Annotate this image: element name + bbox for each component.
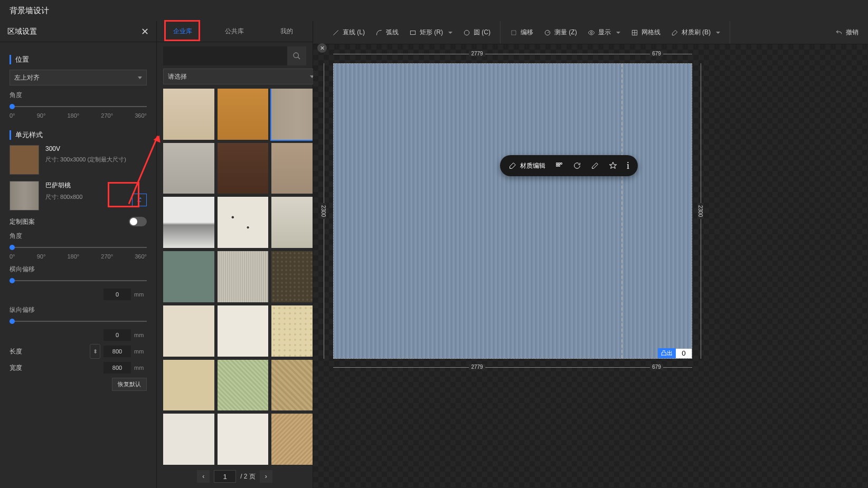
tab-public[interactable]: 公共库 xyxy=(209,21,260,42)
canvas[interactable]: 2779 679 2779 679 2300 2300 凸出 xyxy=(313,44,868,488)
wall-divider xyxy=(621,64,622,358)
angle-slider[interactable] xyxy=(10,102,147,111)
dimension-label: 2779 xyxy=(469,51,485,56)
material-item[interactable] xyxy=(218,197,269,248)
angle2-ticks: 0°90°180°270°360° xyxy=(10,253,147,260)
tool-rect[interactable]: 矩形 (R) xyxy=(409,28,452,37)
tool-undo[interactable]: 撤销 xyxy=(835,28,858,37)
close-icon[interactable]: ✕ xyxy=(141,26,149,37)
tool-brush[interactable]: 材质刷 (B) xyxy=(671,28,720,37)
material-item[interactable] xyxy=(271,305,313,357)
search-input[interactable] xyxy=(163,52,287,60)
material-item[interactable] xyxy=(271,251,313,302)
material-item[interactable] xyxy=(163,89,214,140)
length-input[interactable] xyxy=(103,346,131,357)
material-item[interactable] xyxy=(218,89,269,140)
h-offset-slider[interactable] xyxy=(10,276,147,285)
material-item[interactable] xyxy=(218,305,269,357)
float-edit-material[interactable]: 材质编辑 xyxy=(508,161,545,170)
restore-button[interactable]: 恢复默认 xyxy=(112,378,147,391)
close-tab-icon[interactable]: ✕ xyxy=(317,43,327,53)
floating-toolbar: 材质编辑 i xyxy=(500,155,638,176)
material-item[interactable] xyxy=(163,251,214,302)
dimension-label: 2779 xyxy=(469,364,485,370)
h-offset-label: 横向偏移 xyxy=(10,265,147,274)
material-item[interactable] xyxy=(163,197,214,248)
page-input[interactable] xyxy=(214,470,236,483)
material-item[interactable] xyxy=(218,251,269,302)
app-title: 背景墙设计 xyxy=(10,6,49,16)
toolbar: 直线 (L) 弧线 矩形 (R) 圆 (C) 编移 测量 (Z) 显示 网格线 … xyxy=(313,21,868,44)
unit-name: 巴萨胡桃 xyxy=(45,181,147,190)
material-item[interactable] xyxy=(218,360,269,411)
unit-item-0[interactable]: 300V 尺寸: 300x3000 (定制最大尺寸) xyxy=(10,145,147,175)
dimension-label: 679 xyxy=(650,364,663,370)
bulge-label: 凸出 xyxy=(658,348,676,358)
tool-edit[interactable]: 编移 xyxy=(510,28,533,37)
tool-display[interactable]: 显示 xyxy=(588,28,620,37)
search-button[interactable] xyxy=(287,46,306,65)
float-info-icon[interactable]: i xyxy=(627,160,629,171)
float-star-icon[interactable] xyxy=(609,161,617,170)
angle2-slider[interactable] xyxy=(10,243,147,252)
unit-name: 300V xyxy=(45,145,147,152)
material-item[interactable] xyxy=(218,414,269,465)
unit-thumb xyxy=(10,181,39,210)
angle-ticks: 0°90°180°270°360° xyxy=(10,112,147,119)
material-item[interactable] xyxy=(271,360,313,411)
dimension-label: 2300 xyxy=(697,203,703,219)
tool-circle[interactable]: 圆 (C) xyxy=(463,28,490,37)
svg-point-6 xyxy=(590,32,592,34)
page-prev[interactable]: ‹ xyxy=(197,470,210,483)
section-unit: 单元样式 xyxy=(10,130,147,140)
svg-point-3 xyxy=(464,30,469,35)
unit-dim: 尺寸: 300x3000 (定制最大尺寸) xyxy=(45,156,147,164)
material-item[interactable] xyxy=(218,143,269,194)
material-item[interactable] xyxy=(163,414,214,465)
svg-point-0 xyxy=(294,53,298,58)
angle2-label: 角度 xyxy=(10,232,147,241)
unit-mm: mm xyxy=(134,291,147,298)
bulge-input[interactable] xyxy=(676,349,692,358)
tab-mine[interactable]: 我的 xyxy=(261,21,313,42)
custom-pattern-label: 定制图案 xyxy=(10,217,35,226)
float-rotate-icon[interactable] xyxy=(573,161,581,170)
material-item[interactable]: ✓ xyxy=(271,89,313,140)
section-position: 位置 xyxy=(10,55,147,64)
material-panel: 企业库 公共库 我的 请选择 ✓ xyxy=(157,21,313,488)
v-offset-input[interactable] xyxy=(103,329,131,341)
category-select[interactable]: 请选择 xyxy=(163,69,319,84)
tool-line[interactable]: 直线 (L) xyxy=(332,28,365,37)
unit-thumb xyxy=(10,145,39,175)
swap-button[interactable] xyxy=(132,194,147,206)
dimension-label: 679 xyxy=(650,51,663,56)
width-input[interactable] xyxy=(103,362,131,374)
tab-enterprise[interactable]: 企业库 xyxy=(157,21,209,42)
angle-label: 角度 xyxy=(10,91,147,100)
material-item[interactable] xyxy=(271,143,313,194)
v-offset-slider[interactable] xyxy=(10,317,147,326)
svg-rect-2 xyxy=(410,31,415,34)
link-icon[interactable]: ⬍ xyxy=(90,344,100,359)
tool-measure[interactable]: 测量 (Z) xyxy=(544,28,577,37)
page-next[interactable]: › xyxy=(260,470,272,483)
width-label: 宽度 xyxy=(10,363,22,372)
material-item[interactable] xyxy=(271,197,313,248)
material-item[interactable] xyxy=(163,360,214,411)
custom-pattern-toggle[interactable] xyxy=(129,217,147,226)
tool-arc[interactable]: 弧线 xyxy=(375,28,399,37)
h-offset-input[interactable] xyxy=(103,289,131,300)
float-erase-icon[interactable] xyxy=(591,161,599,170)
svg-rect-4 xyxy=(512,30,516,34)
wall-surface[interactable]: 凸出 xyxy=(333,63,692,359)
material-item[interactable] xyxy=(271,414,313,465)
material-item[interactable] xyxy=(163,305,214,357)
tool-grid[interactable]: 网格线 xyxy=(631,28,661,37)
material-item[interactable] xyxy=(163,143,214,194)
float-align-icon[interactable] xyxy=(555,161,563,170)
align-select[interactable]: 左上对齐 xyxy=(10,70,147,85)
left-panel: 区域设置 ✕ 位置 左上对齐 角度 0°90°180°270°360° 单元样式… xyxy=(0,21,157,488)
bulge-control[interactable]: 凸出 xyxy=(658,348,692,358)
length-label: 长度 xyxy=(10,347,22,356)
unit-item-1[interactable]: 巴萨胡桃 尺寸: 800x800 xyxy=(10,181,147,210)
